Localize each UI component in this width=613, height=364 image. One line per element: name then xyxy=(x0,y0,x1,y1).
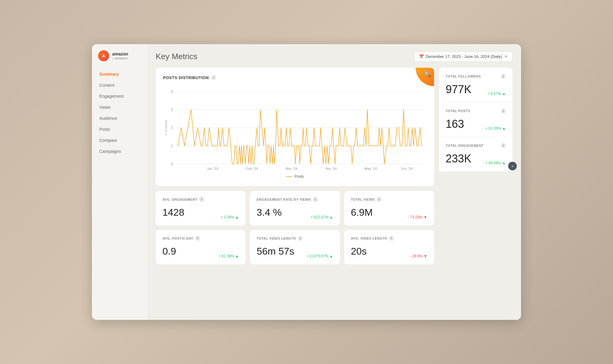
metric-card-5: AVG. VIDEO LENGTH i 20s - 29.6% ▼ xyxy=(344,230,434,264)
metric-value: 1428 xyxy=(162,207,184,218)
app-container: A amazon ♪ /amazon Summary Content Engag… xyxy=(92,44,521,320)
page-title: Key Metrics xyxy=(156,52,197,61)
logo-text: amazon ♪ /amazon xyxy=(112,51,128,60)
collapse-button[interactable]: « xyxy=(508,162,517,170)
stat-value: 163 xyxy=(446,118,464,131)
metric-value: 0.9 xyxy=(162,246,176,257)
metric-info-icon[interactable]: i xyxy=(389,236,394,241)
metric-value: 6.9M xyxy=(351,207,373,218)
stat-card-1: TOTAL POSTS i 163 + 61.39% ▲ xyxy=(439,102,512,137)
stat-info-icon[interactable]: i xyxy=(501,143,506,148)
posts-distribution-chart: 4 3 2 1 0 # of posts Jan '24 Feb '24 Mar… xyxy=(163,85,427,171)
metric-change: + 3.28% ▲ xyxy=(221,215,239,219)
sidebar-item-campaigns[interactable]: Campaigns xyxy=(92,146,147,157)
svg-text:Mar '24: Mar '24 xyxy=(286,166,298,170)
metric-info-icon[interactable]: i xyxy=(313,197,318,202)
avatar: A xyxy=(98,50,109,61)
main-content: Key Metrics 📅 December 17, 2023 - June 1… xyxy=(147,44,521,320)
sidebar-item-compare[interactable]: Compare xyxy=(92,135,147,146)
metric-change: + 11375.87% ▲ xyxy=(306,254,333,258)
date-range-selector[interactable]: 📅 December 17, 2023 - June 16, 2024 (Dai… xyxy=(414,51,512,62)
svg-text:0: 0 xyxy=(171,161,173,166)
stat-bottom: 233K + 66.69% ▲ xyxy=(446,152,506,165)
svg-text:Feb '24: Feb '24 xyxy=(246,166,258,170)
sidebar-nav: Summary Content Engagement Views Audienc… xyxy=(92,69,147,157)
metric-label: TOTAL VIEWS i xyxy=(351,197,427,202)
main-header: Key Metrics 📅 December 17, 2023 - June 1… xyxy=(156,51,512,62)
legend-label-posts: Posts xyxy=(295,174,304,179)
content-area: POSTS DISTRIBUTION i 🔍 xyxy=(156,68,512,264)
chart-title: POSTS DISTRIBUTION xyxy=(163,75,209,80)
metric-card-1: ENGAGEMENT RATE BY VIEWS i 3.4 % + 522.5… xyxy=(250,191,340,226)
stat-change: + 8.17% ▲ xyxy=(487,92,506,96)
metric-row: 0.9 + 61.39% ▲ xyxy=(162,246,239,258)
stat-change: + 61.39% ▲ xyxy=(485,126,506,131)
metric-card-0: AVG. ENGAGEMENT i 1428 + 3.28% ▲ xyxy=(156,191,246,226)
stat-label: TOTAL FOLLOWERS i xyxy=(446,74,506,79)
metric-row: 6.9M - 73.23% ▼ xyxy=(351,207,427,219)
chart-legend: Posts xyxy=(163,174,427,179)
chart-search-button[interactable]: 🔍 xyxy=(416,68,434,86)
sidebar-item-engagement[interactable]: Engagement xyxy=(92,91,147,102)
svg-text:May '24: May '24 xyxy=(364,166,377,170)
metric-label: TOTAL VIDEO LENGTH i xyxy=(257,236,333,241)
metric-info-icon[interactable]: i xyxy=(199,197,204,202)
stat-info-icon[interactable]: i xyxy=(501,74,506,79)
metric-row: 56m 57s + 11375.87% ▲ xyxy=(257,246,333,258)
calendar-icon: 📅 xyxy=(419,54,424,59)
stat-bottom: 977K + 8.17% ▲ xyxy=(446,83,506,96)
svg-text:4: 4 xyxy=(171,89,173,94)
chart-wrapper: 4 3 2 1 0 # of posts Jan '24 Feb '24 Mar… xyxy=(163,85,427,172)
metric-label: AVG. ENGAGEMENT i xyxy=(162,197,239,202)
metric-label: ENGAGEMENT RATE BY VIEWS i xyxy=(257,197,333,202)
brand-handle: ♪ /amazon xyxy=(112,56,128,60)
sidebar-item-audience[interactable]: Audience xyxy=(92,113,147,124)
svg-text:2: 2 xyxy=(171,125,173,130)
svg-text:3: 3 xyxy=(171,107,173,112)
stat-value: 233K xyxy=(446,152,471,165)
svg-text:# of posts: # of posts xyxy=(164,120,168,135)
stat-change: + 66.69% ▲ xyxy=(485,161,506,165)
stat-label: TOTAL POSTS i xyxy=(446,108,506,113)
chart-card: POSTS DISTRIBUTION i 🔍 xyxy=(156,68,434,186)
chart-header: POSTS DISTRIBUTION i xyxy=(163,75,427,80)
metric-card-2: TOTAL VIEWS i 6.9M - 73.23% ▼ xyxy=(344,191,434,226)
stat-card-0: TOTAL FOLLOWERS i 977K + 8.17% ▲ xyxy=(439,68,512,102)
metric-change: + 61.39% ▲ xyxy=(219,254,239,258)
sidebar-item-content[interactable]: Content xyxy=(92,80,147,91)
stat-value: 977K xyxy=(446,83,471,96)
sidebar-item-summary[interactable]: Summary xyxy=(92,69,147,80)
metric-row: 1428 + 3.28% ▲ xyxy=(162,207,239,219)
sidebar-item-posts[interactable]: Posts xyxy=(92,124,147,135)
metric-value: 20s xyxy=(351,246,367,257)
metric-info-icon[interactable]: i xyxy=(298,236,303,241)
metric-value: 3.4 % xyxy=(257,207,282,218)
metric-label: AVG. VIDEO LENGTH i xyxy=(351,236,427,241)
brand-name: amazon xyxy=(112,51,128,56)
metric-change: + 522.57% ▲ xyxy=(311,215,333,219)
metric-change: - 73.23% ▼ xyxy=(408,215,427,219)
date-range-text: December 17, 2023 - June 16, 2024 (Daily… xyxy=(426,54,502,59)
sidebar-logo: A amazon ♪ /amazon xyxy=(92,50,147,69)
stat-info-icon[interactable]: i xyxy=(501,108,506,113)
chevron-down-icon: ▼ xyxy=(504,54,508,59)
metric-row: 20s - 29.6% ▼ xyxy=(351,246,427,258)
left-panel: POSTS DISTRIBUTION i 🔍 xyxy=(156,68,434,264)
metric-info-icon[interactable]: i xyxy=(195,236,200,241)
svg-text:Jan '24: Jan '24 xyxy=(207,166,218,170)
metric-card-3: AVG. POSTS/ DAY i 0.9 + 61.39% ▲ xyxy=(156,230,246,264)
metric-label: AVG. POSTS/ DAY i xyxy=(162,236,239,241)
legend-line-posts xyxy=(286,176,292,177)
search-icon: 🔍 xyxy=(424,71,431,78)
metric-change: - 29.6% ▼ xyxy=(410,254,427,258)
metric-row: 3.4 % + 522.57% ▲ xyxy=(257,207,333,219)
metric-value: 56m 57s xyxy=(257,246,294,257)
svg-text:Apr '24: Apr '24 xyxy=(326,166,337,170)
chart-info-icon[interactable]: i xyxy=(211,75,216,80)
svg-text:Jun '24: Jun '24 xyxy=(401,166,413,170)
sidebar-item-views[interactable]: Views xyxy=(92,102,147,113)
metric-info-icon[interactable]: i xyxy=(377,197,382,202)
stat-bottom: 163 + 61.39% ▲ xyxy=(446,118,506,131)
right-panel: TOTAL FOLLOWERS i 977K + 8.17% ▲ TOTAL P… xyxy=(439,68,512,264)
metrics-grid: AVG. ENGAGEMENT i 1428 + 3.28% ▲ ENGAGEM… xyxy=(156,191,434,264)
